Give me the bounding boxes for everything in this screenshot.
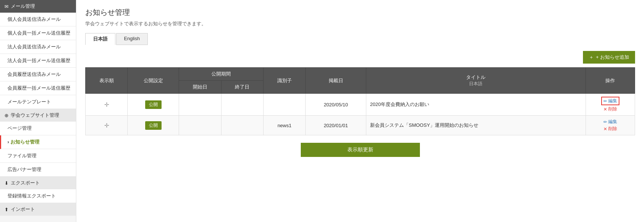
sidebar-import-label: インポート [11, 206, 35, 213]
cell-postdate-1: 2020/05/10 [306, 94, 366, 116]
toolbar: ＋ + お知らせ追加 [85, 51, 635, 64]
sidebar-item-member-history-sent[interactable]: 会員履歴送信済みメール [0, 68, 76, 81]
status-badge: 公開 [145, 100, 162, 109]
drag-handle-icon[interactable]: ✛ [104, 102, 109, 108]
col-title: タイトル 日本語 [366, 68, 586, 94]
col-identifier: 識別子 [264, 68, 306, 94]
pencil-icon: ✏ [603, 119, 607, 125]
sidebar-item-corporate-bulk[interactable]: 法人会員一括メール送信履歴 [0, 54, 76, 68]
tab-japanese[interactable]: 日本語 [85, 33, 115, 45]
col-actions: 操作 [586, 68, 635, 94]
tab-bar: 日本語 English [85, 33, 635, 45]
edit-button-highlighted: ✏ 編集 [601, 97, 619, 105]
sidebar-item-file-management[interactable]: ファイル管理 [0, 149, 76, 163]
cell-order-2: ✛ [86, 116, 128, 135]
update-order-button[interactable]: 表示順更新 [301, 143, 420, 157]
cell-title-1: 2020年度会費納入のお願い [366, 94, 586, 116]
col-period: 公開期間 [179, 68, 264, 81]
main-content: お知らせ管理 学会ウェブサイトで表示するお知らせを管理できます。 日本語 Eng… [76, 0, 644, 222]
delete-button-1[interactable]: ✕ 削除 [603, 106, 617, 112]
cell-postdate-2: 2020/01/01 [306, 116, 366, 135]
sidebar-website-label: 学会ウェブサイト管理 [11, 112, 59, 119]
sidebar-item-member-history-bulk[interactable]: 会員履歴一括メール送信履歴 [0, 81, 76, 95]
cell-identifier-2: news1 [264, 116, 306, 135]
update-button-wrap: 表示順更新 [85, 143, 635, 157]
col-public-setting: 公開設定 [128, 68, 179, 94]
cell-title-2: 新会員システム「SMOOSY」運用開始のお知らせ [366, 116, 586, 135]
table-row: ✛ 公開 2020/05/10 2020年度会費納入のお願い ✏ 編集 [86, 94, 635, 116]
cell-order-1: ✛ [86, 94, 128, 116]
cell-status-1: 公開 [128, 94, 179, 116]
sidebar-mail-header: ✉ メール管理 [0, 0, 76, 13]
sidebar-export-label: エクスポート [11, 180, 40, 186]
sidebar-item-mail-template[interactable]: メールテンプレート [0, 95, 76, 109]
cell-end-2 [221, 116, 263, 135]
sidebar-website-header: ⊕ 学会ウェブサイト管理 [0, 109, 76, 122]
mail-icon: ✉ [4, 4, 9, 9]
x-icon: ✕ [603, 126, 607, 132]
drag-handle-icon[interactable]: ✛ [104, 122, 109, 129]
tab-english[interactable]: English [116, 33, 148, 45]
cell-status-2: 公開 [128, 116, 179, 135]
cell-identifier-1 [264, 94, 306, 116]
sidebar-item-export-registration[interactable]: 登録情報エクスポート [0, 189, 76, 203]
col-post-date: 掲載日 [306, 68, 366, 94]
edit-button-1[interactable]: ✏ 編集 [601, 97, 619, 105]
table-row: ✛ 公開 news1 2020/01/01 新会員システム「SMOOSY」運用開… [86, 116, 635, 135]
sidebar: ✉ メール管理 個人会員送信済みメール 個人会員一括メール送信履歴 法人会員送信… [0, 0, 76, 222]
delete-button-2[interactable]: ✕ 削除 [603, 126, 617, 132]
pencil-icon: ✏ [603, 99, 607, 104]
upload-icon: ⬆ [4, 207, 9, 212]
download-icon: ⬇ [4, 180, 9, 186]
sidebar-item-corporate-sent[interactable]: 法人会員送信済みメール [0, 40, 76, 54]
cell-start-2 [179, 116, 221, 135]
sidebar-item-page-management[interactable]: ページ管理 [0, 122, 76, 135]
globe-icon: ⊕ [4, 113, 9, 118]
page-title: お知らせ管理 [85, 7, 635, 17]
action-cell-1: ✏ 編集 ✕ 削除 [590, 97, 631, 112]
status-badge: 公開 [145, 121, 162, 130]
sidebar-item-news-management[interactable]: ›お知らせ管理 [0, 135, 76, 149]
cell-actions-1: ✏ 編集 ✕ 削除 [586, 94, 635, 116]
action-cell-2: ✏ 編集 ✕ 削除 [590, 119, 631, 132]
news-table: 表示順 公開設定 公開期間 識別子 掲載日 タイトル 日本語 操作 開始日 終了… [85, 67, 635, 135]
col-period-end: 終了日 [221, 81, 263, 94]
page-description: 学会ウェブサイトで表示するお知らせを管理できます。 [85, 20, 635, 27]
sidebar-export-header: ⬇ エクスポート [0, 177, 76, 189]
sidebar-item-individual-bulk[interactable]: 個人会員一括メール送信履歴 [0, 26, 76, 40]
plus-icon: ＋ [589, 54, 594, 61]
edit-button-2[interactable]: ✏ 編集 [603, 119, 617, 125]
sidebar-mail-label: メール管理 [11, 3, 35, 10]
sidebar-import-header: ⬆ インポート [0, 203, 76, 216]
sidebar-item-banner-management[interactable]: 広告バナー管理 [0, 163, 76, 177]
cell-actions-2: ✏ 編集 ✕ 削除 [586, 116, 635, 135]
add-news-button[interactable]: ＋ + お知らせ追加 [583, 51, 635, 64]
x-icon: ✕ [603, 107, 607, 112]
sidebar-item-individual-sent[interactable]: 個人会員送信済みメール [0, 13, 76, 26]
col-period-start: 開始日 [179, 81, 221, 94]
col-order: 表示順 [86, 68, 128, 94]
cell-start-1 [179, 94, 221, 116]
cell-end-1 [221, 94, 263, 116]
